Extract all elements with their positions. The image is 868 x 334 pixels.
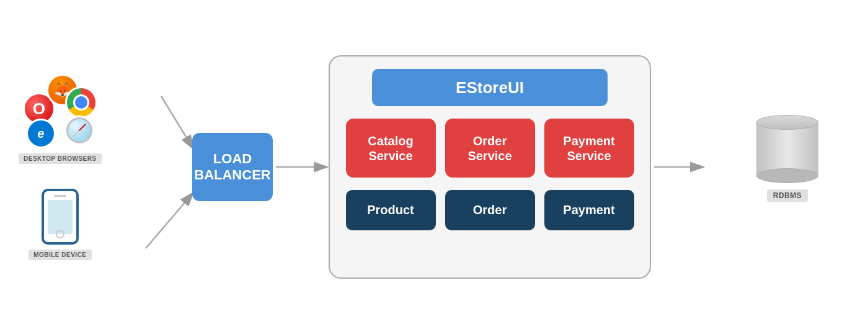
rdbms-cylinder — [756, 115, 818, 183]
diagram-container: O 🦊 e DESKTOP BROWSERS MOBILE DEVICE LOA… — [0, 0, 868, 334]
order-db-label: Order — [473, 203, 507, 217]
app-box: EStoreUI CatalogService OrderService Pay… — [329, 55, 651, 279]
rdbms-label: RDBMS — [767, 189, 808, 202]
browsers-group: O 🦊 e DESKTOP BROWSERS — [19, 74, 102, 164]
desktop-browsers-label: DESKTOP BROWSERS — [19, 153, 102, 164]
load-balancer-label: LOAD BALANCER — [194, 151, 270, 184]
left-section: O 🦊 e DESKTOP BROWSERS MOBILE DEVICE — [19, 74, 102, 260]
mobile-screen — [48, 200, 73, 234]
catalog-service-label: CatalogService — [368, 133, 413, 163]
payment-service-label: PaymentService — [563, 133, 614, 163]
services-row: CatalogService OrderService PaymentServi… — [346, 119, 634, 178]
payment-db-label: Payment — [563, 203, 614, 217]
cylinder-bottom — [756, 168, 818, 183]
safari-icon — [64, 115, 94, 145]
svg-line-2 — [146, 192, 193, 248]
catalog-service-box: CatalogService — [346, 119, 436, 178]
mobile-icon — [42, 189, 79, 245]
payment-service-box: PaymentService — [544, 119, 634, 178]
db-row: Product Order Payment — [346, 190, 634, 230]
order-service-box: OrderService — [445, 119, 535, 178]
product-db-box: Product — [346, 190, 436, 230]
product-db-label: Product — [367, 203, 414, 217]
payment-db-box: Payment — [544, 190, 634, 230]
estore-ui-button: EStoreUI — [372, 69, 608, 106]
chrome-icon — [65, 86, 97, 119]
order-service-label: OrderService — [467, 133, 512, 163]
ie-icon: e — [26, 119, 56, 148]
estore-ui-label: EStoreUI — [456, 78, 524, 97]
mobile-device-label: MOBILE DEVICE — [29, 250, 91, 260]
mobile-group: MOBILE DEVICE — [29, 189, 91, 260]
rdbms-section: RDBMS — [756, 115, 818, 202]
browser-icons: O 🦊 e — [23, 74, 97, 148]
svg-line-1 — [161, 96, 193, 149]
cylinder-top — [756, 115, 818, 130]
load-balancer-box: LOAD BALANCER — [192, 133, 273, 201]
order-db-box: Order — [445, 190, 535, 230]
